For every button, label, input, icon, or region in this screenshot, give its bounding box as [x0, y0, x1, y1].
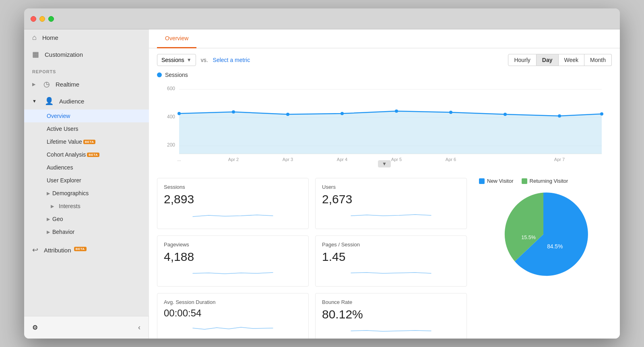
stat-card-avg-session: Avg. Session Duration 00:00:54 — [157, 293, 309, 339]
svg-point-8 — [232, 110, 235, 114]
cohort-beta-badge: BETA — [87, 153, 99, 157]
svg-text:600: 600 — [167, 86, 175, 91]
sidebar-nav-overview[interactable]: Overview — [24, 109, 149, 122]
svg-point-12 — [449, 111, 452, 114]
svg-text:Apr 4: Apr 4 — [337, 157, 347, 162]
pages-session-mini-chart — [322, 267, 460, 279]
svg-text:Apr 3: Apr 3 — [283, 157, 293, 162]
sidebar-nav-demographics[interactable]: ▶ Demographics — [24, 187, 149, 200]
sidebar-item-customization[interactable]: ▦ Customization — [24, 46, 149, 63]
bounce-rate-stat-label: Bounce Rate — [322, 299, 460, 305]
time-btn-month[interactable]: Month — [584, 54, 612, 66]
audience-expand-icon: ▼ — [32, 99, 37, 103]
svg-text:84.5%: 84.5% — [547, 244, 563, 250]
stat-card-pageviews: Pageviews 4,188 — [157, 235, 309, 287]
sidebar-item-home[interactable]: ⌂ Home — [24, 29, 149, 46]
sessions-stat-label: Sessions — [164, 184, 302, 190]
returning-visitor-legend-label: Returning Visitor — [530, 178, 568, 184]
tab-bar: Overview — [149, 29, 620, 48]
attribution-label: Attribution BETA — [44, 247, 87, 254]
svg-text:200: 200 — [167, 142, 175, 148]
metric-dropdown-icon: ▼ — [187, 57, 192, 63]
svg-point-7 — [178, 112, 181, 115]
sidebar-nav-active-users[interactable]: Active Users — [24, 122, 149, 135]
sidebar-item-audience[interactable]: ▼ 👤 Audience — [24, 93, 149, 109]
chart-legend: Sessions — [157, 72, 612, 78]
minimize-button[interactable] — [39, 16, 45, 22]
home-icon: ⌂ — [32, 33, 37, 42]
chart-area: Sessions 600 400 200 — [149, 72, 620, 171]
audience-icon: 👤 — [45, 97, 54, 105]
users-stat-label: Users — [322, 184, 460, 190]
metric-select[interactable]: Sessions ▼ — [157, 54, 196, 66]
attribution-icon: ↩ — [32, 246, 38, 254]
maximize-button[interactable] — [48, 16, 54, 22]
stats-section: Sessions 2,893 Users 2,673 — [149, 171, 620, 339]
svg-point-10 — [341, 112, 344, 115]
sidebar-nav-audiences[interactable]: Audiences — [24, 161, 149, 174]
pages-session-stat-label: Pages / Session — [322, 242, 460, 248]
pie-chart: 84.5% 15.5% — [497, 188, 590, 281]
sidebar: ⌂ Home ▦ Customization REPORTS ▶ ◷ Realt… — [24, 29, 149, 339]
pie-legend-new-visitor: New Visitor — [479, 178, 514, 184]
sidebar-nav-geo[interactable]: ▶ Geo — [24, 213, 149, 225]
settings-icon[interactable]: ⚙ — [32, 324, 38, 331]
sessions-chart: 600 400 200 — [157, 82, 612, 163]
pageviews-stat-value: 4,188 — [164, 250, 302, 264]
time-btn-hourly[interactable]: Hourly — [508, 54, 536, 66]
behavior-expand-icon: ▶ — [47, 229, 50, 235]
sidebar-nav-user-explorer[interactable]: User Explorer — [24, 174, 149, 187]
users-stat-value: 2,673 — [322, 192, 460, 206]
svg-text:Apr 5: Apr 5 — [391, 157, 402, 162]
sidebar-footer: ⚙ ‹ — [24, 316, 149, 339]
collapse-icon[interactable]: ‹ — [138, 323, 140, 332]
stats-grid: Sessions 2,893 Users 2,673 — [157, 178, 467, 339]
tab-overview[interactable]: Overview — [157, 29, 196, 48]
sidebar-nav-behavior[interactable]: ▶ Behavior — [24, 225, 149, 238]
demographics-expand-icon: ▶ — [47, 191, 50, 196]
sidebar-scroll: ⌂ Home ▦ Customization REPORTS ▶ ◷ Realt… — [24, 29, 149, 316]
chart-toolbar: Sessions ▼ vs. Select a metric Hourly Da… — [149, 48, 620, 72]
time-btn-week[interactable]: Week — [559, 54, 585, 66]
app-window: ⌂ Home ▦ Customization REPORTS ▶ ◷ Realt… — [24, 8, 620, 339]
home-label: Home — [42, 34, 58, 41]
sessions-legend-dot — [157, 72, 162, 77]
svg-point-14 — [558, 114, 561, 118]
realtime-label: Realtime — [56, 81, 79, 88]
realtime-expand-icon: ▶ — [32, 82, 35, 87]
sessions-stat-value: 2,893 — [164, 192, 302, 206]
bounce-rate-stat-value: 80.12% — [322, 308, 460, 321]
lifetime-value-beta-badge: BETA — [83, 140, 96, 144]
select-metric-link[interactable]: Select a metric — [213, 57, 250, 63]
sessions-legend-label: Sessions — [165, 72, 188, 78]
returning-visitor-color-box — [522, 178, 527, 184]
stat-card-sessions: Sessions 2,893 — [157, 178, 309, 229]
stat-card-users: Users 2,673 — [315, 178, 467, 229]
svg-point-11 — [395, 109, 398, 113]
toolbar-left: Sessions ▼ vs. Select a metric — [157, 54, 250, 66]
audience-label: Audience — [59, 98, 85, 105]
realtime-icon: ◷ — [43, 80, 50, 89]
stat-card-pages-per-session: Pages / Session 1.45 — [315, 235, 467, 287]
sidebar-item-realtime[interactable]: ▶ ◷ Realtime — [24, 76, 149, 93]
pie-section: New Visitor Returning Visitor — [475, 178, 612, 339]
main-content: Overview Sessions ▼ vs. Select a metric … — [149, 29, 620, 339]
close-button[interactable] — [31, 16, 36, 22]
sidebar-nav-interests[interactable]: ▶ Interests — [24, 200, 149, 213]
chart-expand-btn[interactable]: ▼ — [378, 160, 391, 167]
sessions-mini-chart — [164, 209, 302, 221]
sidebar-nav-lifetime-value[interactable]: Lifetime ValueBETA — [24, 135, 149, 148]
chart-svg-container: 600 400 200 — [157, 82, 612, 167]
pages-session-stat-value: 1.45 — [322, 250, 460, 264]
app-body: ⌂ Home ▦ Customization REPORTS ▶ ◷ Realt… — [24, 29, 620, 339]
new-visitor-color-box — [479, 178, 485, 184]
interests-expand-icon: ▶ — [51, 204, 54, 209]
svg-text:...: ... — [177, 157, 181, 162]
sidebar-nav-cohort-analysis[interactable]: Cohort AnalysisBETA — [24, 148, 149, 161]
metric-label: Sessions — [161, 57, 184, 63]
customization-icon: ▦ — [32, 50, 39, 59]
sidebar-item-attribution[interactable]: ↩ Attribution BETA — [24, 242, 149, 258]
avg-session-mini-chart — [164, 322, 302, 334]
time-btn-day[interactable]: Day — [537, 54, 559, 66]
svg-text:400: 400 — [167, 114, 175, 120]
